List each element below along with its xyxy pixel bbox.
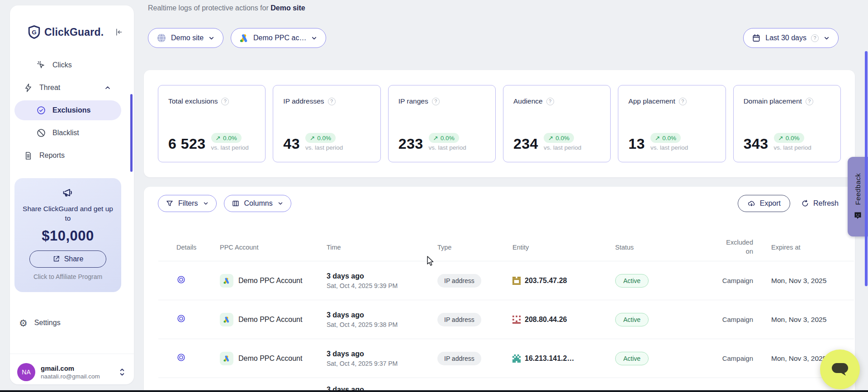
avatar: NA: [17, 363, 35, 381]
share-icon: [52, 255, 60, 263]
sidebar-item-settings[interactable]: ⚙ Settings: [19, 314, 61, 332]
user-account-switcher[interactable]: NA gmail.com naatali.ro@gmail.com: [10, 354, 134, 390]
google-ads-icon: [220, 274, 233, 288]
filters-button[interactable]: Filters: [158, 195, 217, 212]
account-selector[interactable]: Demo PPC ac…: [231, 28, 326, 48]
time-absolute: Sat, Oct 4, 2025 9:39 PM: [327, 282, 435, 289]
stat-delta: 0.0%: [317, 135, 331, 142]
stat-value: 343: [744, 137, 768, 151]
trend-up-icon: ↗: [655, 134, 660, 142]
threat-icon: [24, 83, 33, 93]
type-badge: IP address: [437, 352, 481, 365]
sidebar: G ClickGuard. Clicks Threat Exclusions B…: [10, 5, 134, 384]
blacklist-icon: [36, 128, 46, 138]
stat-delta: 0.0%: [786, 135, 800, 142]
sidebar-item-clicks[interactable]: Clicks: [14, 55, 121, 75]
feedback-smiley-icon: [853, 211, 863, 220]
reports-icon: [24, 151, 33, 161]
stat-label: IP ranges: [398, 97, 428, 105]
stat-value: 6 523: [168, 137, 206, 151]
type-badge: IP address: [437, 274, 481, 288]
trend-up-icon: ↗: [310, 134, 315, 142]
stat-caption: vs. last period: [211, 144, 249, 151]
page-scrollbar[interactable]: [865, 51, 868, 286]
column-header-entity: Entity: [512, 244, 615, 251]
stats-panel: Total exclusions? 6 523 ↗0.0% vs. last p…: [144, 70, 855, 177]
status-badge: Active: [615, 313, 649, 326]
column-header-time: Time: [327, 244, 435, 251]
stat-card-ip-ranges: IP ranges? 233 ↗0.0% vs. last period: [388, 85, 496, 162]
gear-icon: ⚙: [19, 318, 28, 328]
feedback-label: Feedback: [854, 173, 862, 205]
stat-delta: 0.0%: [223, 135, 237, 142]
sidebar-item-label: Clicks: [52, 61, 72, 69]
filter-icon: [166, 199, 174, 208]
calendar-icon: [752, 33, 761, 43]
table-header-row: Details PPC Account Time Type Entity Sta…: [158, 234, 854, 261]
chat-launcher-button[interactable]: [820, 349, 860, 389]
excluded-on-value: Campaign: [716, 277, 766, 284]
stat-value: 233: [398, 137, 423, 151]
help-icon: ?: [806, 98, 813, 105]
excluded-on-value: Campaign: [716, 354, 766, 362]
sidebar-item-label: Exclusions: [52, 106, 90, 114]
ppc-account-name: Demo PPC Account: [238, 277, 302, 285]
stat-card-app-placement: App placement? 13 ↗0.0% vs. last period: [618, 85, 726, 162]
share-button-label: Share: [64, 255, 84, 263]
trend-up-icon: ↗: [433, 134, 438, 142]
details-eye-icon[interactable]: [176, 353, 186, 362]
date-range-value: Last 30 days: [765, 34, 806, 42]
details-eye-icon[interactable]: [176, 275, 186, 284]
site-selector[interactable]: Demo site: [148, 28, 223, 48]
time-relative: 3 days ago: [327, 378, 435, 391]
sidebar-item-exclusions[interactable]: Exclusions: [14, 100, 121, 120]
brand-name: ClickGuard.: [44, 26, 104, 38]
ppc-account-name: Demo PPC Account: [238, 316, 302, 324]
details-eye-icon[interactable]: [176, 314, 186, 323]
collapse-sidebar-icon[interactable]: [114, 28, 123, 37]
table-row: Demo PPC Account 3 days ago Sat, Oct 4, …: [158, 300, 854, 339]
affiliate-promo-card[interactable]: Share ClickGuard and get up to $10,000 S…: [14, 178, 121, 292]
chevron-down-icon: [208, 35, 215, 42]
page-subtitle: Realtime logs of protective actions for …: [148, 4, 305, 12]
sidebar-item-label: Reports: [39, 151, 65, 160]
sidebar-item-blacklist[interactable]: Blacklist: [14, 123, 121, 143]
export-button[interactable]: Export: [738, 195, 790, 212]
stat-caption: vs. last period: [774, 144, 811, 151]
trend-up-icon: ↗: [548, 134, 553, 142]
sidebar-scrollbar[interactable]: [130, 94, 133, 172]
expires-at-value: Mon, Nov 3, 2025: [766, 277, 854, 285]
stat-caption: vs. last period: [544, 144, 581, 151]
export-icon: [747, 199, 756, 208]
table-row: Demo PPC Account 3 days ago Sat, Oct 4, …: [158, 261, 854, 300]
status-badge: Active: [615, 274, 649, 288]
help-icon: ?: [432, 98, 440, 105]
refresh-button[interactable]: Refresh: [790, 195, 841, 212]
entity-identicon: [512, 277, 521, 285]
stat-caption: vs. last period: [650, 144, 688, 151]
share-button[interactable]: Share: [29, 250, 106, 268]
stat-value: 43: [283, 137, 300, 151]
chevron-down-icon: [277, 200, 284, 207]
sidebar-item-reports[interactable]: Reports: [14, 146, 121, 165]
table-row: Demo PPC Account 3 days ago Sat, Oct 4, …: [158, 339, 854, 378]
sidebar-item-label: Threat: [39, 84, 60, 92]
site-selector-value: Demo site: [171, 34, 204, 42]
chevron-up-icon[interactable]: [104, 84, 111, 91]
chevron-down-icon: [203, 200, 209, 207]
columns-button[interactable]: Columns: [224, 195, 291, 212]
columns-label: Columns: [244, 199, 273, 208]
sidebar-item-threat[interactable]: Threat: [14, 78, 121, 98]
exclusions-badge-icon: [36, 105, 46, 115]
click-icon: [36, 60, 46, 70]
column-header-status: Status: [615, 244, 716, 251]
help-icon: ?: [328, 98, 336, 105]
stat-delta: 0.0%: [555, 135, 569, 142]
promo-title: Share ClickGuard and get up to: [21, 204, 115, 223]
date-range-selector[interactable]: Last 30 days ?: [743, 28, 839, 48]
column-header-expires-at: Expires at: [766, 244, 854, 251]
clickguard-logo-icon: G: [28, 25, 40, 39]
time-relative: 3 days ago: [327, 311, 435, 319]
entity-value: 203.75.47.28: [525, 277, 567, 285]
time-relative: 3 days ago: [327, 350, 435, 358]
